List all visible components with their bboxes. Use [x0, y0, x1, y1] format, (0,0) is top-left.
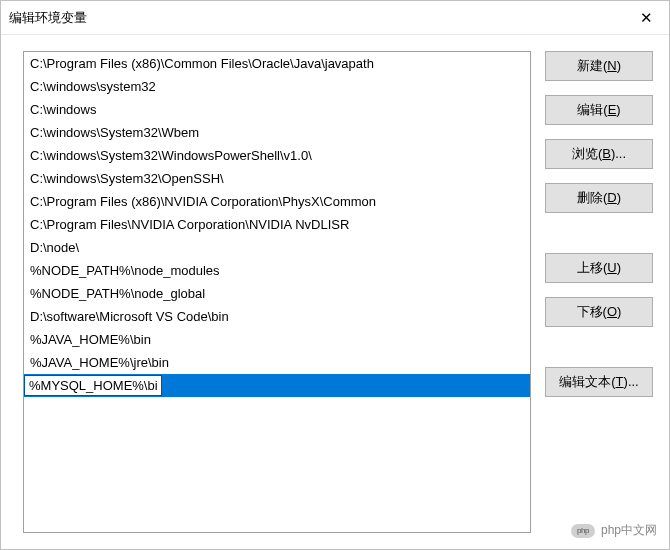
- list-item[interactable]: C:\windows\System32\Wbem: [24, 121, 530, 144]
- browse-button[interactable]: 浏览(B)...: [545, 139, 653, 169]
- close-icon: ✕: [640, 9, 653, 27]
- button-column: 新建(N) 编辑(E) 浏览(B)... 删除(D) 上移(U) 下移(O) 编…: [545, 51, 653, 533]
- list-item-editing[interactable]: [24, 374, 530, 397]
- path-edit-input[interactable]: [24, 375, 162, 396]
- list-item[interactable]: %NODE_PATH%\node_modules: [24, 259, 530, 282]
- list-item[interactable]: %NODE_PATH%\node_global: [24, 282, 530, 305]
- path-listbox[interactable]: C:\Program Files (x86)\Common Files\Orac…: [23, 51, 531, 533]
- move-up-button[interactable]: 上移(U): [545, 253, 653, 283]
- new-button[interactable]: 新建(N): [545, 51, 653, 81]
- selection-highlight: [24, 374, 530, 397]
- close-button[interactable]: ✕: [623, 1, 669, 35]
- list-item[interactable]: C:\Program Files (x86)\NVIDIA Corporatio…: [24, 190, 530, 213]
- dialog-body: C:\Program Files (x86)\Common Files\Orac…: [1, 35, 669, 549]
- titlebar: 编辑环境变量 ✕: [1, 1, 669, 35]
- move-down-button[interactable]: 下移(O): [545, 297, 653, 327]
- list-item[interactable]: C:\windows\system32: [24, 75, 530, 98]
- edit-button[interactable]: 编辑(E): [545, 95, 653, 125]
- window-title: 编辑环境变量: [9, 9, 623, 27]
- dialog-window: 编辑环境变量 ✕ C:\Program Files (x86)\Common F…: [0, 0, 670, 550]
- list-item[interactable]: C:\windows\System32\WindowsPowerShell\v1…: [24, 144, 530, 167]
- delete-button[interactable]: 删除(D): [545, 183, 653, 213]
- list-item[interactable]: C:\Program Files (x86)\Common Files\Orac…: [24, 52, 530, 75]
- list-item[interactable]: %JAVA_HOME%\bin: [24, 328, 530, 351]
- edit-text-button[interactable]: 编辑文本(T)...: [545, 367, 653, 397]
- list-item[interactable]: C:\windows: [24, 98, 530, 121]
- list-item[interactable]: D:\node\: [24, 236, 530, 259]
- list-item[interactable]: %JAVA_HOME%\jre\bin: [24, 351, 530, 374]
- list-item[interactable]: C:\windows\System32\OpenSSH\: [24, 167, 530, 190]
- list-item[interactable]: C:\Program Files\NVIDIA Corporation\NVID…: [24, 213, 530, 236]
- list-item[interactable]: D:\software\Microsoft VS Code\bin: [24, 305, 530, 328]
